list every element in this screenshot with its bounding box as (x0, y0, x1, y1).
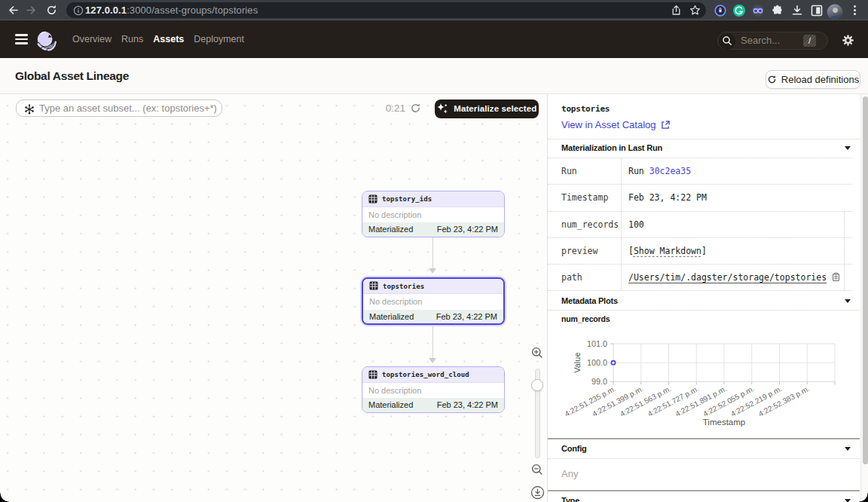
graph-refresh-icon[interactable] (410, 103, 421, 114)
recenter-icon[interactable] (530, 485, 545, 500)
view-in-asset-catalog-label: View in Asset Catalog (561, 119, 656, 130)
svg-text:4:22:52.383 p.m.: 4:22:52.383 p.m. (757, 384, 811, 418)
asset-node-topstory-ids[interactable]: topstory_ids No description Materialized… (362, 191, 505, 237)
svg-text:100.0: 100.0 (587, 358, 607, 367)
chevron-down-icon (845, 146, 851, 150)
metadata-row-preview: preview [Show Markdown] (548, 238, 852, 265)
metadata-key: Run (561, 158, 577, 184)
profile-avatar[interactable] (827, 4, 840, 17)
back-icon[interactable] (7, 4, 20, 17)
section-materialization-header[interactable]: Materialization in Last Run (548, 139, 860, 158)
hamburger-menu-icon[interactable] (15, 33, 28, 45)
section-type-header[interactable]: Type (548, 491, 860, 502)
password-manager-extension-icon[interactable] (714, 4, 727, 17)
asset-node-description: No description (363, 294, 503, 310)
sidebar-asset-name: topstories (561, 104, 610, 114)
scrollbar-thumb[interactable] (863, 96, 868, 464)
asset-node-status: Materialized (368, 400, 413, 409)
settings-gear-icon[interactable] (842, 34, 855, 47)
section-divider (548, 310, 860, 311)
sparkle-icon (436, 103, 448, 115)
address-bar[interactable]: 127.0.0.1:3000/asset-groups/topstories (66, 2, 706, 18)
section-title: Type (561, 491, 579, 502)
app-navbar: Overview Runs Assets Deployment Search..… (0, 20, 868, 58)
op-selector-icon (24, 104, 35, 115)
plot-label: num_records (561, 314, 610, 323)
metadata-key: num_records (561, 212, 619, 237)
edge-topstory-ids-to-topstories (432, 237, 434, 268)
asset-node-name: topstory_ids (382, 195, 432, 204)
section-title: Materialization in Last Run (561, 139, 662, 158)
page-header: Global Asset Lineage Reload definitions (0, 58, 868, 94)
column-divider (621, 238, 622, 264)
metadata-value: Run 30c2ea35 (628, 158, 691, 184)
forward-icon[interactable] (25, 4, 38, 17)
svg-text:Timestamp: Timestamp (703, 418, 745, 427)
run-id-link[interactable]: 30c2ea35 (649, 166, 691, 176)
sidebar-scrollbar[interactable] (860, 94, 868, 502)
downloads-icon[interactable] (790, 4, 804, 17)
section-metadata-plots-header[interactable]: Metadata Plots (548, 292, 860, 311)
path-link[interactable]: /Users/tim/.dagster/storage/topstories (628, 272, 827, 283)
window-corner (0, 493, 9, 502)
asset-node-header: topstories (363, 279, 503, 295)
asset-graph-canvas[interactable]: 0:21 Materialize selected topstory_ids N… (0, 94, 548, 502)
search-icon (722, 35, 732, 46)
asset-node-status: Materialized (368, 225, 413, 234)
nav-item-assets[interactable]: Assets (153, 34, 184, 44)
share-icon[interactable] (671, 5, 682, 16)
asset-filter-input[interactable] (39, 100, 216, 116)
section-title: Metadata Plots (561, 292, 618, 311)
section-divider (548, 458, 860, 459)
asset-node-status: Materialized (369, 312, 414, 321)
metadata-row-run: Run Run 30c2ea35 (548, 158, 852, 185)
show-markdown-link[interactable]: Show Markdown (634, 246, 701, 256)
reload-definitions-label: Reload definitions (781, 74, 859, 85)
column-divider (621, 158, 622, 184)
bracket: [ (628, 246, 634, 256)
reload-icon (767, 75, 777, 84)
section-title: Config (561, 439, 587, 458)
goggles-extension-icon[interactable] (751, 4, 765, 17)
table-icon (369, 281, 378, 290)
zoom-slider-handle[interactable] (531, 379, 543, 391)
search-placeholder: Search... (741, 32, 780, 49)
global-search[interactable]: Search... / (717, 32, 828, 50)
nav-item-deployment[interactable]: Deployment (194, 34, 244, 44)
zoom-out-icon[interactable] (530, 463, 544, 476)
section-config-header[interactable]: Config (548, 439, 860, 458)
asset-node-status-row: Materialized Feb 23, 4:22 PM (362, 222, 504, 237)
reload-definitions-button[interactable]: Reload definitions (766, 70, 860, 89)
view-in-asset-catalog-link[interactable]: View in Asset Catalog (561, 118, 671, 130)
bookmark-star-icon[interactable] (689, 5, 701, 16)
asset-node-timestamp: Feb 23, 4:22 PM (436, 312, 497, 321)
zoom-in-icon[interactable] (530, 346, 544, 360)
chevron-down-icon (845, 447, 851, 451)
nav-item-overview[interactable]: Overview (72, 34, 112, 44)
copy-icon[interactable] (831, 272, 841, 282)
asset-node-topstories-word-cloud[interactable]: topstories_word_cloud No description Mat… (362, 366, 505, 413)
asset-node-description: No description (362, 383, 504, 399)
extensions-puzzle-icon[interactable] (771, 4, 784, 17)
asset-node-topstories[interactable]: topstories No description Materialized F… (362, 277, 505, 326)
edge-arrowhead (429, 268, 436, 274)
browser-reload-icon[interactable] (45, 4, 58, 17)
run-prefix: Run (628, 166, 649, 176)
metadata-value: 100 (628, 212, 644, 237)
grammarly-extension-icon[interactable] (732, 4, 746, 17)
column-divider (621, 185, 622, 211)
url-path: :3000/asset-groups/topstories (127, 5, 258, 16)
frame-extension-icon[interactable] (810, 4, 824, 17)
asset-node-name: topstories_word_cloud (382, 371, 469, 379)
nav-item-runs[interactable]: Runs (121, 34, 143, 44)
svg-text:101.0: 101.0 (587, 339, 607, 348)
metadata-value: /Users/tim/.dagster/storage/topstories (628, 265, 841, 291)
dagster-logo[interactable] (35, 30, 58, 54)
config-value: Any (561, 467, 578, 481)
browser-menu-icon[interactable] (848, 4, 861, 17)
materialize-selected-button[interactable]: Materialize selected (435, 99, 539, 118)
value-column-border (844, 212, 845, 237)
asset-node-timestamp: Feb 23, 4:22 PM (437, 225, 498, 234)
site-info-icon[interactable] (73, 5, 84, 16)
metadata-key: path (561, 265, 582, 291)
